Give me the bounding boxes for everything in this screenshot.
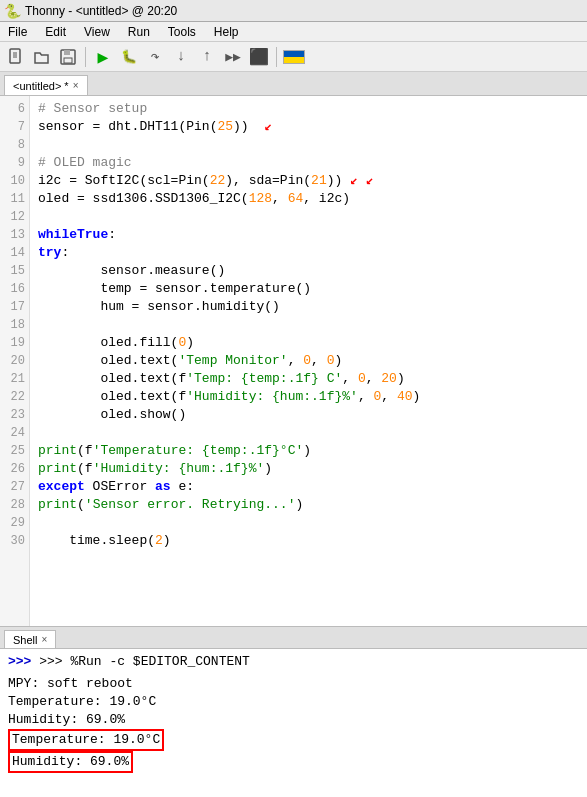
tab-bar: <untitled> * × — [0, 72, 587, 96]
code-line: print('Sensor error. Retrying...') — [38, 496, 579, 514]
code-line: print(f'Humidity: {hum:.1f}%') — [38, 460, 579, 478]
code-line — [38, 208, 579, 226]
new-button[interactable] — [4, 45, 28, 69]
menu-tools[interactable]: Tools — [164, 24, 200, 40]
code-line — [38, 514, 579, 532]
line-number: 23 — [0, 406, 29, 424]
run-button[interactable]: ▶ — [91, 45, 115, 69]
title-text: Thonny - <untitled> @ 20:20 — [25, 4, 177, 18]
code-line: # OLED magic — [38, 154, 579, 172]
code-line: sensor.measure() — [38, 262, 579, 280]
line-number: 26 — [0, 460, 29, 478]
code-line: temp = sensor.temperature() — [38, 280, 579, 298]
line-number: 27 — [0, 478, 29, 496]
line-number: 19 — [0, 334, 29, 352]
line-number: 11 — [0, 190, 29, 208]
shell-content[interactable]: >>> >>> %Run -c $EDITOR_CONTENT MPY: sof… — [0, 649, 587, 797]
app-icon: 🐍 — [4, 3, 21, 19]
sep2 — [276, 47, 277, 67]
line-number: 7 — [0, 118, 29, 136]
shell-prompt: >>> >>> %Run -c $EDITOR_CONTENT — [8, 653, 579, 671]
step-over-button[interactable]: ↷ — [143, 45, 167, 69]
code-line: hum = sensor.humidity() — [38, 298, 579, 316]
code-line: time.sleep(2) — [38, 532, 579, 550]
save-button[interactable] — [56, 45, 80, 69]
line-number: 13 — [0, 226, 29, 244]
resume-button[interactable]: ▶▶ — [221, 45, 245, 69]
shell-output-line: MPY: soft reboot — [8, 675, 579, 693]
line-number: 24 — [0, 424, 29, 442]
line-number: 12 — [0, 208, 29, 226]
debug-button[interactable]: 🐛 — [117, 45, 141, 69]
svg-rect-5 — [64, 50, 70, 55]
code-line: oled = ssd1306.SSD1306_I2C(128, 64, i2c) — [38, 190, 579, 208]
menu-edit[interactable]: Edit — [41, 24, 70, 40]
shell-container: Shell × >>> >>> %Run -c $EDITOR_CONTENT … — [0, 626, 587, 797]
code-line: print(f'Temperature: {temp:.1f}°C') — [38, 442, 579, 460]
menu-bar: File Edit View Run Tools Help — [0, 22, 587, 42]
step-into-button[interactable]: ↓ — [169, 45, 193, 69]
shell-tab[interactable]: Shell × — [4, 630, 56, 648]
toolbar: ▶ 🐛 ↷ ↓ ↑ ▶▶ ⬛ — [0, 42, 587, 72]
code-line: while True: — [38, 226, 579, 244]
shell-output-line: Humidity: 69.0% — [8, 711, 579, 729]
code-area[interactable]: # Sensor setupsensor = dht.DHT11(Pin(25)… — [30, 96, 587, 626]
code-line — [38, 316, 579, 334]
editor: 6789101112131415161718192021222324252627… — [0, 96, 587, 626]
title-bar: 🐍 Thonny - <untitled> @ 20:20 — [0, 0, 587, 22]
flag-button[interactable] — [282, 45, 306, 69]
shell-command: >>> %Run -c $EDITOR_CONTENT — [39, 654, 250, 669]
svg-rect-6 — [64, 58, 72, 63]
line-number: 9 — [0, 154, 29, 172]
line-number: 21 — [0, 370, 29, 388]
line-number: 28 — [0, 496, 29, 514]
line-number: 10 — [0, 172, 29, 190]
code-line: oled.text(f'Humidity: {hum:.1f}%', 0, 40… — [38, 388, 579, 406]
menu-run[interactable]: Run — [124, 24, 154, 40]
shell-output-line: Humidity: 69.0% — [8, 751, 579, 773]
code-line: oled.fill(0) — [38, 334, 579, 352]
step-out-button[interactable]: ↑ — [195, 45, 219, 69]
open-button[interactable] — [30, 45, 54, 69]
code-line: sensor = dht.DHT11(Pin(25)) ↙ — [38, 118, 579, 136]
code-line: oled.show() — [38, 406, 579, 424]
code-line: # Sensor setup — [38, 100, 579, 118]
line-number: 17 — [0, 298, 29, 316]
tab-label: <untitled> * — [13, 80, 69, 92]
code-line: except OSError as e: — [38, 478, 579, 496]
code-line: try: — [38, 244, 579, 262]
line-numbers: 6789101112131415161718192021222324252627… — [0, 96, 30, 626]
line-number: 25 — [0, 442, 29, 460]
line-number: 20 — [0, 352, 29, 370]
shell-output-line: Temperature: 19.0°C — [8, 729, 579, 751]
shell-tab-bar: Shell × — [0, 627, 587, 649]
shell-output: MPY: soft rebootTemperature: 19.0°CHumid… — [8, 675, 579, 773]
shell-tab-label: Shell — [13, 634, 37, 646]
line-number: 22 — [0, 388, 29, 406]
line-number: 15 — [0, 262, 29, 280]
code-line — [38, 424, 579, 442]
file-tab[interactable]: <untitled> * × — [4, 75, 88, 95]
line-number: 16 — [0, 280, 29, 298]
line-number: 18 — [0, 316, 29, 334]
line-number: 30 — [0, 532, 29, 550]
line-number: 6 — [0, 100, 29, 118]
shell-tab-close[interactable]: × — [41, 634, 47, 645]
svg-rect-0 — [10, 49, 20, 63]
line-number: 29 — [0, 514, 29, 532]
code-line: i2c = SoftI2C(scl=Pin(22), sda=Pin(21)) … — [38, 172, 579, 190]
sep1 — [85, 47, 86, 67]
code-line: oled.text(f'Temp: {temp:.1f} C', 0, 20) — [38, 370, 579, 388]
line-number: 14 — [0, 244, 29, 262]
stop-button[interactable]: ⬛ — [247, 45, 271, 69]
tab-close-button[interactable]: × — [73, 80, 79, 91]
code-line — [38, 136, 579, 154]
menu-file[interactable]: File — [4, 24, 31, 40]
shell-output-line: Temperature: 19.0°C — [8, 693, 579, 711]
code-line: oled.text('Temp Monitor', 0, 0) — [38, 352, 579, 370]
menu-view[interactable]: View — [80, 24, 114, 40]
menu-help[interactable]: Help — [210, 24, 243, 40]
line-number: 8 — [0, 136, 29, 154]
